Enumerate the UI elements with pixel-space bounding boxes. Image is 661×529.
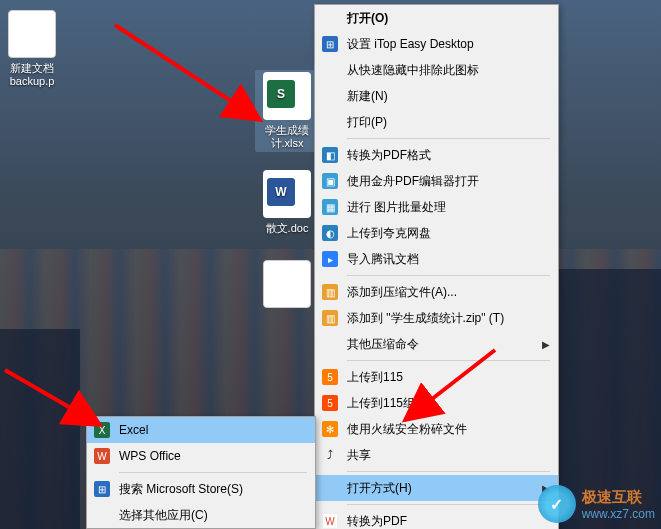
blank-icon xyxy=(93,506,111,524)
menu-itop-desktop[interactable]: ⊞ 设置 iTop Easy Desktop xyxy=(315,31,558,57)
menu-label: 转换为PDF xyxy=(347,513,550,530)
menu-label: Excel xyxy=(119,423,307,437)
pdf-icon: ◧ xyxy=(321,146,339,164)
submenu-excel[interactable]: X Excel xyxy=(87,417,315,443)
watermark: ✓ 极速互联 www.xz7.com xyxy=(538,485,655,523)
share-icon: ⤴ xyxy=(321,446,339,464)
watermark-text: 极速互联 www.xz7.com xyxy=(582,488,655,521)
115-group-icon: 5 xyxy=(321,394,339,412)
menu-label: 导入腾讯文档 xyxy=(347,251,550,268)
menu-label: 选择其他应用(C) xyxy=(119,507,307,524)
menu-print[interactable]: 打印(P) xyxy=(315,109,558,135)
kuake-icon: ◐ xyxy=(321,224,339,242)
menu-new[interactable]: 新建(N) xyxy=(315,83,558,109)
menu-separator xyxy=(347,471,550,472)
blank-icon xyxy=(321,113,339,131)
blank-icon xyxy=(321,479,339,497)
page-icon xyxy=(8,10,56,58)
menu-image-batch[interactable]: ▦ 进行 图片批量处理 xyxy=(315,194,558,220)
menu-label: 使用金舟PDF编辑器打开 xyxy=(347,173,550,190)
blank-icon xyxy=(321,9,339,27)
menu-label: 设置 iTop Easy Desktop xyxy=(347,36,550,53)
menu-import-tencent-docs[interactable]: ▸ 导入腾讯文档 xyxy=(315,246,558,272)
menu-upload-kuake[interactable]: ◐ 上传到夸克网盘 xyxy=(315,220,558,246)
menu-convert-pdf[interactable]: ◧ 转换为PDF格式 xyxy=(315,142,558,168)
wps-icon: W xyxy=(321,512,339,529)
svg-line-2 xyxy=(405,350,495,420)
menu-label: 转换为PDF格式 xyxy=(347,147,550,164)
file-label: 散文.doc xyxy=(255,222,319,235)
watermark-brand: 极速互联 xyxy=(582,488,655,507)
submenu-wps-office[interactable]: W WPS Office xyxy=(87,443,315,469)
document-icon: W xyxy=(263,170,311,218)
menu-add-to-archive[interactable]: ▥ 添加到压缩文件(A)... xyxy=(315,279,558,305)
tencent-docs-icon: ▸ xyxy=(321,250,339,268)
menu-label: 搜索 Microsoft Store(S) xyxy=(119,481,307,498)
menu-open[interactable]: 打开(O) xyxy=(315,5,558,31)
blank-icon xyxy=(321,61,339,79)
menu-jinzhou-pdf[interactable]: ▣ 使用金舟PDF编辑器打开 xyxy=(315,168,558,194)
menu-wps-convert-pdf[interactable]: W 转换为PDF xyxy=(315,508,558,529)
menu-label: 上传到夸克网盘 xyxy=(347,225,550,242)
menu-separator xyxy=(119,472,307,473)
115-icon: 5 xyxy=(321,368,339,386)
menu-label: 添加到压缩文件(A)... xyxy=(347,284,550,301)
jz-pdf-icon: ▣ xyxy=(321,172,339,190)
menu-share[interactable]: ⤴ 共享 xyxy=(315,442,558,468)
watermark-url: www.xz7.com xyxy=(582,507,655,521)
submenu-search-ms-store[interactable]: ⊞ 搜索 Microsoft Store(S) xyxy=(87,476,315,502)
menu-label: 新建(N) xyxy=(347,88,550,105)
menu-separator xyxy=(347,138,550,139)
menu-separator xyxy=(347,504,550,505)
huorong-icon: ✻ xyxy=(321,420,339,438)
svg-line-1 xyxy=(5,370,100,425)
archive-icon: ▥ xyxy=(321,309,339,327)
page-icon xyxy=(263,260,311,308)
context-menu: 打开(O) ⊞ 设置 iTop Easy Desktop 从快速隐藏中排除此图标… xyxy=(314,4,559,529)
image-batch-icon: ▦ xyxy=(321,198,339,216)
file-label: 新建文档 backup.p xyxy=(0,62,64,88)
menu-exclude-quickhide[interactable]: 从快速隐藏中排除此图标 xyxy=(315,57,558,83)
menu-label: 进行 图片批量处理 xyxy=(347,199,550,216)
archive-icon: ▥ xyxy=(321,283,339,301)
menu-label: WPS Office xyxy=(119,449,307,463)
blank-icon xyxy=(321,87,339,105)
menu-open-with[interactable]: 打开方式(H) ▶ xyxy=(315,475,558,501)
menu-label: 从快速隐藏中排除此图标 xyxy=(347,62,550,79)
annotation-arrow xyxy=(0,365,120,445)
menu-label: 共享 xyxy=(347,447,550,464)
menu-add-to-named-zip[interactable]: ▥ 添加到 "学生成绩统计.zip" (T) xyxy=(315,305,558,331)
menu-separator xyxy=(347,275,550,276)
annotation-arrow xyxy=(110,20,310,150)
desktop-file-doc[interactable]: W 散文.doc xyxy=(255,170,319,235)
annotation-arrow xyxy=(395,345,515,435)
watermark-logo-icon: ✓ xyxy=(538,485,576,523)
blank-icon xyxy=(321,335,339,353)
menu-label: 打开(O) xyxy=(347,10,550,27)
svg-line-0 xyxy=(115,25,260,120)
menu-label: 打印(P) xyxy=(347,114,550,131)
desktop-file-backup[interactable]: 新建文档 backup.p xyxy=(0,10,64,88)
desktop-file-blank[interactable] xyxy=(255,260,319,312)
menu-label: 添加到 "学生成绩统计.zip" (T) xyxy=(347,310,550,327)
itop-icon: ⊞ xyxy=(321,35,339,53)
wps-icon: W xyxy=(93,447,111,465)
menu-label: 打开方式(H) xyxy=(347,480,542,497)
submenu-choose-other-app[interactable]: 选择其他应用(C) xyxy=(87,502,315,528)
ms-store-icon: ⊞ xyxy=(93,480,111,498)
chevron-right-icon: ▶ xyxy=(542,339,550,350)
open-with-submenu: X Excel W WPS Office ⊞ 搜索 Microsoft Stor… xyxy=(86,416,316,529)
